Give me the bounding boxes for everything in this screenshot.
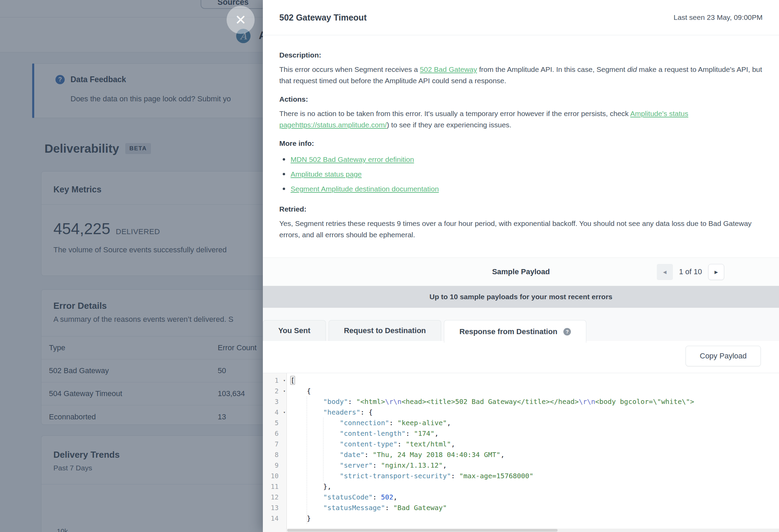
code-token bbox=[290, 493, 323, 501]
code-line: 10 "strict-transport-security": "max-age… bbox=[263, 471, 779, 481]
code-token: : bbox=[373, 461, 381, 469]
fold-arrow-icon[interactable]: ▾ bbox=[283, 386, 285, 396]
error-detail-panel: 502 Gateway Timeout Last seen 23 May, 09… bbox=[263, 0, 779, 532]
tab-request-to-destination[interactable]: Request to Destination bbox=[329, 320, 442, 341]
code-text: "content-length": "174", bbox=[287, 428, 439, 439]
more-info-link[interactable]: Amplitude status page bbox=[291, 167, 362, 181]
more-info-list: MDN 502 Bad Gateway error definitionAmpl… bbox=[281, 152, 763, 196]
code-line: 9 "server": "nginx/1.13.12", bbox=[263, 460, 779, 471]
code-token bbox=[290, 397, 323, 406]
code-token: , bbox=[443, 461, 447, 469]
tab-you-sent[interactable]: You Sent bbox=[263, 320, 326, 341]
code-text: "content-type": "text/html", bbox=[287, 439, 455, 449]
code-token: \r\n bbox=[579, 397, 595, 406]
code-token: "Bad Gateway" bbox=[393, 504, 447, 512]
text: ) to see if they are experiencing issues… bbox=[387, 121, 511, 129]
code-line: 5 "connection": "keep-alive", bbox=[263, 418, 779, 428]
description-text: This error occurs when Segment receives … bbox=[279, 64, 763, 86]
code-token: "Thu, 24 May 2018 04:40:34 GMT" bbox=[373, 451, 500, 459]
code-token: }, bbox=[290, 482, 331, 491]
code-text: }, bbox=[287, 481, 331, 492]
code-line: 13 "statusMessage": "Bad Gateway" bbox=[263, 503, 779, 513]
code-line: 12 "statusCode": 502, bbox=[263, 492, 779, 503]
line-number: 10 bbox=[263, 471, 287, 481]
code-text: "statusCode": 502, bbox=[287, 492, 397, 503]
code-token: "keep-alive" bbox=[397, 419, 447, 427]
code-token: "content-length" bbox=[340, 429, 406, 438]
scrollbar-thumb[interactable] bbox=[287, 529, 558, 532]
modal-overlay[interactable] bbox=[0, 0, 263, 532]
tab-label: Request to Destination bbox=[344, 326, 426, 335]
code-token: , bbox=[393, 493, 397, 501]
sample-payload-banner: Up to 10 sample payloads for your most r… bbox=[263, 286, 779, 308]
code-token: "text/html" bbox=[406, 440, 451, 448]
retried-text: Yes, Segment retries these requests 9 ti… bbox=[279, 218, 763, 240]
code-token: : bbox=[365, 451, 373, 459]
code-text: [ bbox=[287, 375, 295, 386]
help-icon[interactable]: ? bbox=[563, 328, 571, 335]
last-seen-timestamp: Last seen 23 May, 09:00PM bbox=[674, 13, 763, 22]
code-token: "statusMessage" bbox=[323, 504, 385, 512]
text: from the Amplitude API. In this case, Se… bbox=[477, 65, 627, 73]
line-number: 3 bbox=[263, 396, 287, 407]
sample-payload-title: Sample Payload bbox=[492, 267, 550, 276]
more-info-label: More info: bbox=[279, 139, 763, 148]
code-text: "headers": { bbox=[287, 407, 373, 418]
fold-arrow-icon[interactable]: ▾ bbox=[283, 407, 285, 418]
code-text: "connection": "keep-alive", bbox=[287, 418, 451, 428]
actions-label: Actions: bbox=[279, 95, 763, 103]
more-info-item: Amplitude status page bbox=[281, 167, 763, 181]
previous-payload-button[interactable]: ◂ bbox=[657, 264, 673, 280]
code-line: 14 } bbox=[263, 513, 779, 524]
emphasized-text: did bbox=[627, 65, 637, 73]
horizontal-scrollbar[interactable] bbox=[287, 529, 779, 532]
code-line: 8 "date": "Thu, 24 May 2018 04:40:34 GMT… bbox=[263, 449, 779, 460]
payload-code-editor[interactable]: 1▾[2▾ {3 "body": "<html>\r\n<head><title… bbox=[263, 373, 779, 532]
fold-arrow-icon[interactable]: ▾ bbox=[283, 375, 285, 386]
code-token: "max-age=15768000" bbox=[459, 472, 534, 480]
code-token: "date" bbox=[340, 451, 365, 459]
bad-gateway-link[interactable]: 502 Bad Gateway bbox=[420, 65, 477, 73]
code-line: 1▾[ bbox=[263, 375, 779, 386]
code-line: 2▾ { bbox=[263, 386, 779, 396]
tab-response-from-destination[interactable]: Response from Destination? bbox=[444, 320, 586, 343]
code-token: 502 bbox=[381, 493, 393, 501]
code-lines: 1▾[2▾ {3 "body": "<html>\r\n<head><title… bbox=[263, 375, 779, 524]
code-token: "174" bbox=[414, 429, 434, 438]
bullet-icon bbox=[283, 158, 285, 161]
code-token: <body bgcolor=\"white\"> bbox=[595, 397, 694, 406]
more-info-link[interactable]: Segment Amplitude destination documentat… bbox=[291, 181, 439, 196]
code-line: 6 "content-length": "174", bbox=[263, 428, 779, 439]
code-token: , bbox=[447, 419, 451, 427]
more-info-item: MDN 502 Bad Gateway error definition bbox=[281, 152, 763, 167]
code-text: "statusMessage": "Bad Gateway" bbox=[287, 503, 447, 513]
code-text: "strict-transport-security": "max-age=15… bbox=[287, 471, 533, 481]
line-number: 7 bbox=[263, 439, 287, 449]
code-token: : bbox=[451, 472, 459, 480]
code-text: "date": "Thu, 24 May 2018 04:40:34 GMT", bbox=[287, 449, 505, 460]
actions-text: There is no action to be taken from this… bbox=[279, 108, 763, 130]
code-token: : bbox=[348, 397, 356, 406]
code-token bbox=[290, 461, 340, 469]
code-token: , bbox=[434, 429, 438, 438]
next-payload-button[interactable]: ▸ bbox=[708, 264, 724, 280]
code-token bbox=[290, 440, 340, 448]
panel-header: 502 Gateway Timeout Last seen 23 May, 09… bbox=[263, 0, 779, 35]
line-number: 1▾ bbox=[263, 375, 287, 386]
pagination-text: 1 of 10 bbox=[679, 267, 702, 276]
code-token: : bbox=[397, 440, 406, 448]
more-info-link[interactable]: MDN 502 Bad Gateway error definition bbox=[291, 152, 414, 167]
panel-body: Description: This error occurs when Segm… bbox=[263, 35, 779, 249]
code-text: { bbox=[287, 386, 311, 396]
copy-payload-button[interactable]: Copy Payload bbox=[686, 346, 761, 366]
code-line: 7 "content-type": "text/html", bbox=[263, 439, 779, 449]
copy-row: Copy Payload bbox=[263, 341, 779, 373]
close-icon[interactable]: ✕ bbox=[227, 6, 255, 34]
code-token: "statusCode" bbox=[323, 493, 373, 501]
code-token: "content-type" bbox=[340, 440, 398, 448]
description-label: Description: bbox=[279, 51, 763, 59]
code-text: } bbox=[287, 513, 311, 524]
code-token bbox=[290, 419, 340, 427]
code-token: "server" bbox=[340, 461, 373, 469]
code-token: , bbox=[500, 451, 505, 459]
